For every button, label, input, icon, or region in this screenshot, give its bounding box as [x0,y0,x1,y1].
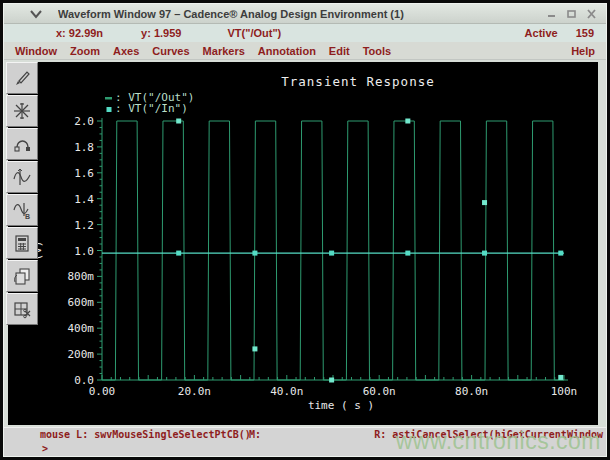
menu-zoom[interactable]: Zoom [70,45,100,57]
waveform-marker-b-icon: B [12,200,32,220]
svg-text:60.0n: 60.0n [363,385,396,398]
svg-text:20.0n: 20.0n [178,385,211,398]
menu-annotation[interactable]: Annotation [258,45,316,57]
menu-axes[interactable]: Axes [113,45,139,57]
waveform-marker-a-icon [12,167,32,187]
svg-text:400m: 400m [68,322,95,335]
toolbar-button-waveform-marker-a[interactable] [6,161,38,193]
svg-text:40.0n: 40.0n [270,385,303,398]
coordinate-status-row: x: 92.99n y: 1.959 VT("/Out") Active 159 [4,24,606,42]
prompt-caret: > [42,443,48,454]
close-button[interactable] [585,8,598,20]
svg-text:1.4: 1.4 [74,193,94,206]
waveform-plot[interactable]: Transient Response(V)time ( s )0.0200m40… [8,62,598,425]
svg-text:80.0n: 80.0n [455,385,488,398]
menu-window[interactable]: Window [15,45,57,57]
toolbar-button-subwindow-cut[interactable] [6,293,38,325]
menu-markers[interactable]: Markers [203,45,245,57]
cursor-y-readout: y: 1.959 [141,27,181,39]
window-controls [545,8,598,20]
calculator-icon [12,233,32,253]
svg-text:100n: 100n [551,385,578,398]
close-icon [586,9,597,19]
svg-text:200m: 200m [68,348,95,361]
svg-text:0.00: 0.00 [89,385,116,398]
svg-text:1.8: 1.8 [74,141,94,154]
maximize-icon [566,9,577,19]
active-trace-readout: VT("/Out") [227,27,281,39]
minimize-icon [546,9,557,19]
window-frame: Waveform Window 97 – Cadence® Analog Des… [3,3,607,457]
title-bar: Waveform Window 97 – Cadence® Analog Des… [4,4,606,24]
mouse-left-binding: mouse L: swvMouseSingleSelectPtCB() [40,429,251,440]
mouse-middle-binding: M: [249,429,261,440]
cursor-x-readout: x: 92.99n [56,27,103,39]
waveform-window: Waveform Window 97 – Cadence® Analog Des… [0,0,610,460]
watermark-text: www.cntronics.com [396,428,601,455]
svg-text:600m: 600m [68,296,95,309]
minimize-button[interactable] [545,8,558,20]
svg-text:1.6: 1.6 [74,167,94,180]
svg-text:Transient Response: Transient Response [281,74,434,89]
window-title: Waveform Window 97 – Cadence® Analog Des… [58,8,545,20]
active-count: 159 [576,27,594,39]
subwindow-cut-icon [12,299,32,319]
svg-text:: VT("/In"): : VT("/In") [115,102,188,115]
active-label: Active [525,27,558,39]
toolbar-button-copy-document[interactable] [6,260,38,292]
maximize-button[interactable] [565,8,578,20]
menu-edit[interactable]: Edit [329,45,350,57]
toolbar-button-arc-probe[interactable] [6,128,38,160]
starburst-icon [12,101,32,121]
toolbar-button-calculator[interactable] [6,227,38,259]
brush-icon [12,68,32,88]
toolbar-button-brush[interactable] [6,62,38,94]
svg-text:2.0: 2.0 [74,115,94,128]
arc-probe-icon [12,134,32,154]
menu-curves[interactable]: Curves [152,45,189,57]
menu-bar: Window Zoom Axes Curves Markers Annotati… [4,42,606,60]
menu-help[interactable]: Help [571,45,595,57]
window-menu-chevron-icon[interactable] [28,8,44,20]
left-toolbar: B [6,62,39,325]
svg-text:1.0: 1.0 [74,245,94,258]
copy-document-icon [12,266,32,286]
main-content: Transient Response(V)time ( s )0.0200m40… [4,60,606,427]
toolbar-button-waveform-marker-b[interactable]: B [6,194,38,226]
svg-text:B: B [25,213,30,220]
plot-area[interactable]: Transient Response(V)time ( s )0.0200m40… [8,62,598,425]
svg-text:1.2: 1.2 [74,219,94,232]
svg-text:800m: 800m [68,270,95,283]
menu-tools[interactable]: Tools [363,45,392,57]
toolbar-button-starburst[interactable] [6,95,38,127]
svg-text:time ( s ): time ( s ) [308,399,374,412]
